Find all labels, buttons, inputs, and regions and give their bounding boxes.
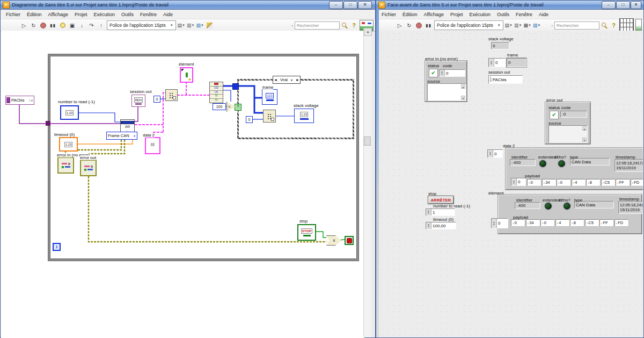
search-icon[interactable]: [341, 22, 348, 29]
abort-icon[interactable]: [415, 21, 423, 30]
block-diagram-canvas[interactable]: ◄ Vrai ▼ ►: [1, 31, 364, 338]
run-continuous-icon[interactable]: ↻: [30, 21, 38, 30]
session-out-terminal[interactable]: REF▾: [131, 95, 145, 107]
align-objects-dropdown[interactable]: ▤▼: [505, 23, 513, 28]
data2-terminal[interactable]: ▤ ⋯: [145, 137, 160, 154]
pacbis-session-constant[interactable]: PACbis ▼: [5, 96, 34, 105]
code-spinner[interactable]: ▲▼: [440, 70, 445, 76]
pause-icon[interactable]: ▮▮: [49, 21, 57, 30]
menu-projet[interactable]: Projet: [447, 12, 466, 17]
frame-can-arrow[interactable]: ▼: [133, 134, 136, 138]
number-to-read-field[interactable]: ▲▼ 1: [426, 208, 455, 216]
loop-condition-terminal[interactable]: [345, 236, 354, 245]
font-selector[interactable]: Police de l'application 15pts▼: [434, 20, 503, 30]
step-over-icon[interactable]: ↷: [87, 21, 96, 30]
retain-wire-values-icon[interactable]: ▣: [68, 21, 76, 30]
timeout-terminal[interactable]: 1.23: [59, 137, 78, 152]
search-input[interactable]: Rechercher: [295, 21, 340, 30]
data2-payload-index[interactable]: ▲▼ 0: [511, 178, 526, 186]
data2-index-spinner[interactable]: ▲▼: [488, 150, 493, 157]
menu-aide[interactable]: Aide: [160, 12, 176, 17]
menu-fenetre[interactable]: Fenêtre: [513, 12, 536, 17]
align-objects-dropdown[interactable]: ▤▼: [178, 23, 185, 28]
frame-can-selector[interactable]: Frame CAN ▼: [106, 132, 137, 140]
case-dropdown-arrow[interactable]: ▼: [290, 78, 293, 82]
left-titlebar[interactable]: ➤ Diagramme de Sans titre 5.vi sur Proje…: [1, 1, 375, 10]
error-in-status-checkbox[interactable]: ✔: [429, 69, 438, 77]
resize-objects-dropdown[interactable]: ▩▼: [524, 23, 531, 28]
close-button[interactable]: ✕: [358, 1, 372, 9]
maximize-button[interactable]: □: [616, 1, 630, 9]
right-titlebar[interactable]: ➤ Face-avant de Sans titre 5.vi sur Proj…: [376, 1, 643, 10]
data2-index[interactable]: ▲▼ 0: [487, 149, 503, 158]
number-to-read-terminal[interactable]: 1.23: [60, 105, 79, 120]
menu-affichage[interactable]: Affichage: [45, 12, 71, 17]
error-in-code-field[interactable]: ▲▼ 0: [439, 69, 465, 77]
menu-execution[interactable]: Exécution: [90, 12, 118, 17]
stop-button[interactable]: ARRÊTER: [428, 196, 454, 204]
menu-outils[interactable]: Outils: [118, 12, 137, 17]
help-icon[interactable]: ?: [350, 21, 358, 30]
unbundle-node[interactable]: U32 U8 TF TF: [209, 82, 223, 103]
abort-icon[interactable]: [39, 21, 47, 30]
case-index-array-node[interactable]: [263, 110, 276, 123]
session-tunnel[interactable]: [46, 121, 50, 126]
menu-fichier[interactable]: Fichier: [3, 12, 24, 17]
case-next-arrow[interactable]: ►: [296, 78, 299, 82]
font-selector[interactable]: Police de l'application 15pts▼: [107, 20, 176, 30]
maximize-button[interactable]: □: [343, 1, 357, 9]
reorder-dropdown[interactable]: ▧▼: [196, 23, 204, 28]
scroll-down[interactable]: ▼: [461, 96, 465, 100]
menu-edition[interactable]: Édition: [399, 12, 421, 17]
menu-affichage[interactable]: Affichage: [421, 12, 447, 17]
minimize-button[interactable]: –: [602, 1, 616, 9]
left-vertical-scrollbar[interactable]: ▲: [363, 28, 371, 337]
scroll-thumb[interactable]: [364, 136, 371, 146]
trame-terminal[interactable]: 123: [262, 89, 277, 105]
const-100[interactable]: 100: [213, 103, 226, 110]
trame-index[interactable]: ▲▼ 0: [488, 58, 506, 67]
element-terminal[interactable]: ✱: [180, 67, 193, 83]
menu-fenetre[interactable]: Fenêtre: [137, 12, 160, 17]
payload-index-spinner[interactable]: ▲▼: [492, 219, 497, 228]
number-to-read-spinner[interactable]: ▲▼: [426, 209, 431, 215]
menu-outils[interactable]: Outils: [494, 12, 513, 17]
highlight-execution-icon[interactable]: [58, 21, 67, 30]
element-payload-index[interactable]: ▲▼ 0: [491, 218, 508, 228]
front-panel-canvas[interactable]: stack voltage 0 trame ▲▼ 0 0 session out…: [379, 31, 643, 337]
run-icon[interactable]: ▷: [396, 21, 404, 30]
menu-execution[interactable]: Exécution: [466, 12, 494, 17]
error-out-terminal[interactable]: [80, 160, 97, 176]
timeout-spinner[interactable]: ▲▼: [426, 222, 431, 229]
help-icon[interactable]: ?: [610, 21, 618, 30]
reorder-dropdown[interactable]: ▧▼: [533, 23, 540, 28]
index-array-node[interactable]: [165, 89, 178, 101]
distribute-objects-dropdown[interactable]: ▥▼: [514, 23, 522, 28]
run-icon[interactable]: ▷: [20, 21, 28, 30]
step-out-icon[interactable]: ↑: [97, 21, 105, 30]
close-button[interactable]: ✕: [631, 1, 641, 9]
timeout-field[interactable]: ▲▼ 100,00: [426, 222, 456, 229]
case-index0-constant[interactable]: 0: [246, 116, 253, 123]
error-in-source-field[interactable]: ▲ ▼: [427, 83, 466, 101]
pause-icon[interactable]: ▮▮: [425, 21, 433, 30]
menu-aide[interactable]: Aide: [536, 12, 552, 17]
iteration-terminal[interactable]: i: [53, 243, 61, 251]
case-selector-terminal[interactable]: ?: [235, 104, 241, 111]
menu-fichier[interactable]: Fichier: [378, 12, 399, 17]
case-prev-arrow[interactable]: ◄: [274, 78, 277, 82]
menu-projet[interactable]: Projet: [71, 12, 91, 17]
index0-constant[interactable]: 0: [153, 96, 160, 103]
run-continuous-icon[interactable]: ↻: [405, 21, 413, 30]
minimize-button[interactable]: –: [329, 1, 343, 9]
vi-icon-thumbnail[interactable]: [635, 19, 642, 32]
error-in-terminal[interactable]: [57, 157, 74, 174]
pacbis-dropdown[interactable]: ▼: [30, 99, 33, 102]
payload-index-spinner[interactable]: ▲▼: [511, 178, 517, 185]
distribute-objects-dropdown[interactable]: ▥▼: [187, 23, 194, 28]
scroll-up[interactable]: ▲: [461, 84, 465, 89]
search-input[interactable]: Rechercher: [554, 21, 599, 30]
trame-index-spinner[interactable]: ▲▼: [489, 59, 494, 67]
menu-edition[interactable]: Édition: [24, 12, 45, 17]
stop-terminal[interactable]: STOP: [297, 224, 316, 241]
